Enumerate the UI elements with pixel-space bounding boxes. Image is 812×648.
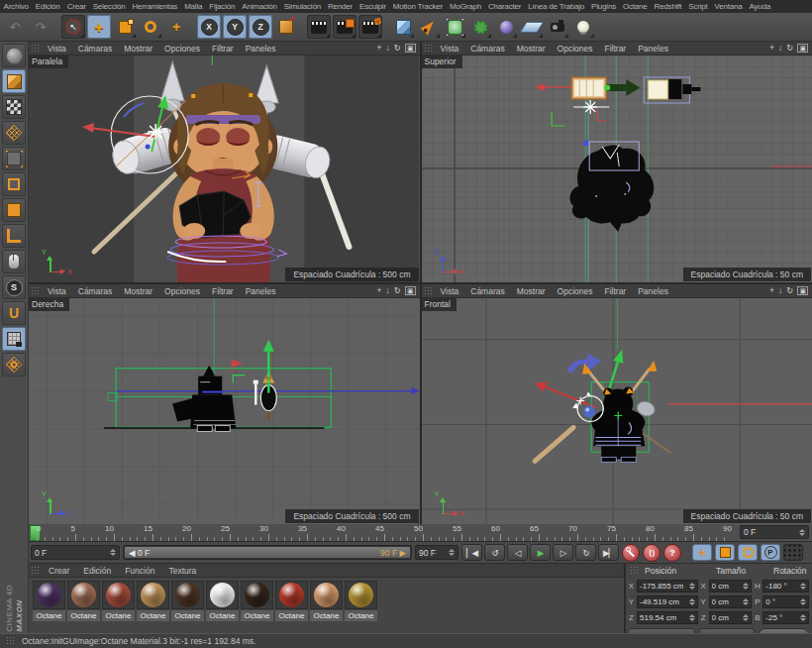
goto-end-button[interactable]: ▶▏ (598, 544, 619, 561)
rotate-view-icon[interactable]: ↻ (786, 44, 793, 53)
render-view-button[interactable] (307, 15, 331, 39)
timeline-power-slider[interactable]: ◀ 0 F 90 F ▶ (123, 545, 412, 560)
add-generator-button[interactable] (443, 15, 466, 39)
key-pla-button[interactable] (783, 544, 803, 561)
add-camera-button[interactable] (546, 15, 569, 39)
menu-item[interactable]: Selección (89, 2, 129, 11)
menu-item[interactable]: Ventana (711, 2, 746, 11)
points-mode-button[interactable] (2, 147, 26, 170)
ruler-frame-field[interactable]: 0 F (740, 525, 809, 539)
menu-item[interactable]: Crear (63, 2, 89, 11)
texture-mode-button[interactable] (2, 95, 26, 119)
viewport-menu-item[interactable]: Vista (435, 44, 465, 54)
keyframe-selection-button[interactable]: ? (663, 544, 681, 562)
menu-item[interactable]: Simulación (280, 2, 324, 11)
viewport-menu-item[interactable]: Filtrar (598, 44, 632, 54)
size-field[interactable]: 0 cm (709, 595, 753, 608)
axis-lock-button[interactable]: Z (249, 15, 272, 39)
viewport-menu-item[interactable]: Vista (42, 44, 72, 54)
planar-workplane-button[interactable] (2, 353, 26, 377)
viewport-menu-item[interactable]: Vista (435, 286, 465, 296)
viewport-menu-item[interactable]: Mostrar (118, 286, 158, 296)
material-swatch[interactable]: Octane (345, 581, 377, 621)
viewport-label[interactable]: Frontal (422, 298, 457, 311)
viewport-menu-item[interactable]: Opciones (158, 286, 206, 296)
material-swatch[interactable]: Octane (241, 581, 273, 621)
viewport-menu-item[interactable]: Paneles (240, 286, 282, 296)
toggle-view-icon[interactable]: ▣ (405, 44, 416, 53)
key-scale-button[interactable] (715, 544, 735, 561)
menu-item[interactable]: Motion Tracker (389, 2, 446, 11)
menu-item[interactable]: Herramientas (129, 2, 181, 11)
size-field[interactable]: 0 cm (709, 611, 753, 624)
panel-grip[interactable] (424, 286, 433, 296)
pan-view-icon[interactable]: + (377, 286, 382, 295)
polygons-mode-button[interactable] (2, 198, 26, 222)
next-frame-button[interactable]: ▷ (553, 544, 573, 561)
workplane-mode-button[interactable] (2, 121, 26, 145)
material-swatch[interactable]: Octane (137, 581, 169, 621)
material-menu-item[interactable]: Función (118, 566, 161, 576)
model-mode-button[interactable] (2, 69, 26, 93)
pan-view-icon[interactable]: + (769, 44, 774, 53)
panel-grip[interactable] (31, 566, 40, 576)
axis-lock-button[interactable]: Y (223, 15, 247, 39)
menu-item[interactable]: Render (324, 2, 355, 11)
zoom-view-icon[interactable]: ↓ (778, 286, 782, 295)
viewport-menu-item[interactable]: Opciones (552, 286, 599, 296)
add-light-button[interactable] (571, 15, 595, 39)
add-spline-button[interactable] (417, 15, 441, 39)
play-reverse-button[interactable]: ↺ (484, 544, 505, 561)
scale-tool[interactable] (113, 15, 137, 39)
menu-item[interactable]: Character (484, 2, 524, 11)
menu-item[interactable]: MoGraph (446, 2, 484, 11)
add-floor-button[interactable] (520, 15, 544, 39)
material-swatch[interactable]: Octane (206, 581, 239, 621)
viewport-solo-button[interactable] (2, 250, 26, 273)
viewport-menu-item[interactable]: Mostrar (511, 44, 552, 54)
spinner-icon[interactable] (796, 529, 805, 536)
viewport-menu-item[interactable]: Paneles (632, 286, 674, 296)
redo-button[interactable]: ↷ (29, 15, 52, 39)
viewport-label[interactable]: Paralela (29, 55, 68, 68)
timeline-ruler[interactable]: 051015202530354045505560657075808590 0 F (29, 524, 812, 542)
menu-item[interactable]: Plugins (588, 2, 620, 11)
viewport-menu-item[interactable]: Vista (42, 286, 72, 296)
zoom-view-icon[interactable]: ↓ (386, 44, 390, 53)
viewport-canvas[interactable]: Frontal Espaciado Cuadrícula : 50 cm Y X (422, 298, 812, 524)
panel-grip[interactable] (630, 566, 639, 576)
pan-view-icon[interactable]: + (377, 44, 382, 53)
axis-lock-button[interactable]: X (197, 15, 221, 39)
viewport-menu-item[interactable]: Cámaras (72, 44, 118, 54)
menu-item[interactable]: Animación (239, 2, 281, 11)
coordinate-system-button[interactable] (274, 15, 298, 39)
size-field[interactable]: 0 cm (709, 580, 753, 593)
lock-workplane-button[interactable] (2, 327, 26, 351)
undo-button[interactable]: ↶ (3, 15, 27, 39)
material-swatch[interactable]: Octane (171, 581, 204, 621)
rotate-view-icon[interactable]: ↻ (394, 286, 401, 295)
viewport-label[interactable]: Derecha (29, 298, 69, 311)
make-editable-button[interactable] (2, 44, 26, 67)
spinner-icon[interactable] (446, 549, 455, 556)
last-used-tool[interactable]: + (164, 15, 188, 39)
add-primitive-button[interactable] (391, 15, 415, 39)
panel-grip[interactable] (424, 44, 433, 54)
viewport-menu-item[interactable]: Filtrar (206, 44, 240, 54)
goto-start-button[interactable]: ▏◀ (461, 544, 482, 561)
material-swatch[interactable]: Octane (33, 581, 65, 621)
play-button[interactable]: ▶ (530, 544, 551, 561)
menu-item[interactable]: Redshift (651, 2, 685, 11)
key-parameter-button[interactable]: P (761, 544, 780, 561)
add-deformer-button[interactable] (468, 15, 492, 39)
viewport-canvas[interactable]: Superior Espaciado Cuadrícula : 50 cm Z … (422, 55, 812, 282)
magnet-button[interactable]: U (2, 301, 26, 325)
position-field[interactable]: 519.54 cm (637, 611, 698, 624)
material-swatch[interactable]: Octane (310, 581, 343, 621)
viewport-menu-item[interactable]: Cámaras (464, 286, 510, 296)
toggle-view-icon[interactable]: ▣ (797, 44, 808, 53)
rotate-tool[interactable] (139, 15, 162, 39)
key-rotation-button[interactable] (738, 544, 758, 561)
menu-item[interactable]: Ayuda (746, 2, 774, 11)
material-swatch[interactable]: Octane (67, 581, 100, 621)
